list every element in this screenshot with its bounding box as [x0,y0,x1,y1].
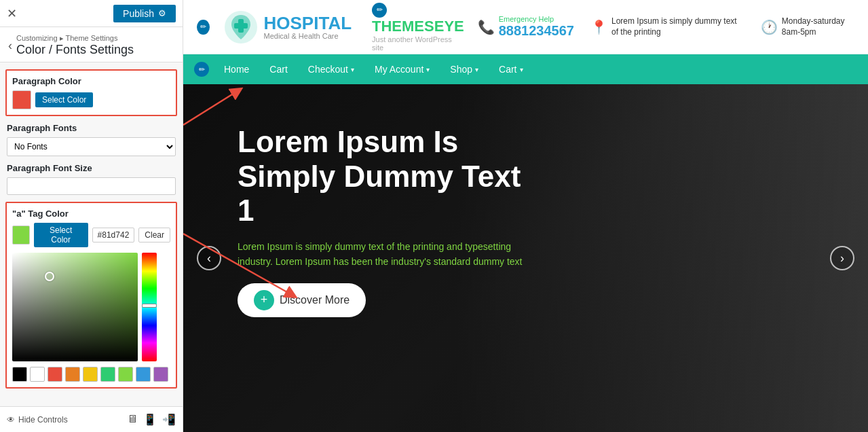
bottom-bar: 👁 Hide Controls 🖥 📱 📲 [0,406,183,432]
hue-slider[interactable] [142,253,157,361]
color-picker[interactable] [12,253,170,382]
top-bar: ✕ Publish ⚙ [0,0,183,27]
a-tag-color-label: "a" Tag Color [12,209,170,219]
swatch-purple[interactable] [153,367,168,382]
logo-area: HOSPITAL Medical & Health Care [223,10,352,45]
nav-cart[interactable]: Cart [260,54,297,84]
nav-bar: ✏ Home Cart Checkout ▾ My Account ▾ Shop… [183,54,868,84]
hospital-subtitle: Medical & Health Care [264,32,352,40]
paragraph-font-size-section: Paragraph Font Size [5,163,177,195]
emergency-number: 8881234567 [499,23,574,39]
checkout-arrow-icon: ▾ [351,66,354,73]
nav-home[interactable]: Home [214,54,259,84]
swatch-yellow[interactable] [83,367,98,382]
schedule-block: 🕐 Monday-saturday 8am-5pm [761,16,854,37]
main-content: ✏ HOSPITAL Medical & Health Care ✏ THEME… [183,0,868,432]
carousel-prev-button[interactable]: ‹ [197,246,221,270]
swatch-white[interactable] [30,367,45,382]
schedule-info: Monday-saturday 8am-5pm [782,16,854,37]
desktop-icon[interactable]: 🖥 [127,413,138,426]
a-tag-color-section: "a" Tag Color Select Color #81d742 Clear [5,202,177,389]
swatch-red[interactable] [48,367,62,382]
nav-shop[interactable]: Shop ▾ [440,54,488,84]
hue-slider-container[interactable] [142,253,157,361]
paragraph-color-swatch[interactable] [12,90,31,109]
header-edit-pencil[interactable]: ✏ [197,20,210,35]
hide-controls-button[interactable]: 👁 Hide Controls [7,415,68,425]
emergency-block: 📞 Emergency Help 8881234567 [478,15,574,39]
color-gradient-field[interactable] [12,253,138,361]
logo-text-area: HOSPITAL Medical & Health Care [264,14,352,40]
clock-icon: 🕐 [761,19,778,35]
publish-button[interactable]: Publish ⚙ [113,5,176,22]
shop-arrow-icon: ▾ [475,66,478,73]
nav-checkout[interactable]: Checkout ▾ [299,54,364,84]
hide-controls-label: Hide Controls [18,415,68,425]
themeseye-edit-pencil[interactable]: ✏ [372,3,387,18]
nav-myaccount[interactable]: My Account ▾ [365,54,439,84]
nav-edit-pencil[interactable]: ✏ [194,62,209,77]
paragraph-fonts-label: Paragraph Fonts [7,123,176,133]
themeseye-area: ✏ THEMESEYE Just another WordPress site [372,3,464,52]
mobile-icon[interactable]: 📲 [162,413,176,426]
hospital-logo-icon [223,10,259,45]
svg-rect-2 [234,23,248,29]
swatch-orange[interactable] [65,367,80,382]
paragraph-font-size-input[interactable] [7,177,176,195]
swatch-lightgreen[interactable] [118,367,133,382]
hero-title: Lorem Ipsum Is Simply Dummy Text 1 [238,125,523,228]
swatch-blue[interactable] [136,367,151,382]
paragraph-font-size-label: Paragraph Font Size [7,163,176,173]
paragraph-fonts-select[interactable]: No Fonts [7,137,176,156]
lorem-block: 📍 Lorem Ipsum is simply dummy text of th… [590,16,744,37]
breadcrumb-trail: Customizing ▸ Theme Settings [16,34,134,43]
breadcrumb-title: Color / Fonts Settings [16,43,134,58]
breadcrumb-area: ‹ Customizing ▸ Theme Settings Color / F… [0,27,183,62]
hospital-title: HOSPITAL [264,14,352,32]
close-icon[interactable]: ✕ [7,6,17,21]
paragraph-color-label: Paragraph Color [12,76,170,86]
a-tag-select-color-button[interactable]: Select Color [34,223,88,247]
paragraph-select-color-button[interactable]: Select Color [35,92,93,107]
tablet-icon[interactable]: 📱 [143,413,157,426]
a-tag-hex-badge: #81d742 [92,228,135,242]
swatch-black[interactable] [12,367,27,382]
themeseye-sub: Just another WordPress site [372,35,464,52]
nav-cart2[interactable]: Cart ▾ [489,54,532,84]
back-arrow-icon[interactable]: ‹ [8,39,12,53]
paragraph-fonts-section: Paragraph Fonts No Fonts [5,123,177,156]
site-header-top: ✏ HOSPITAL Medical & Health Care ✏ THEME… [183,0,868,54]
location-icon: 📍 [590,19,607,35]
carousel-next-button[interactable]: › [830,246,854,270]
paragraph-color-row: Select Color [12,90,170,109]
emergency-label: Emergency Help [499,15,574,23]
a-tag-color-row: Select Color #81d742 Clear [12,223,170,247]
plus-icon: + [254,290,274,310]
discover-more-button[interactable]: + Discover More [238,283,366,317]
picker-cursor [45,272,54,281]
hero-section: Lorem Ipsum Is Simply Dummy Text 1 Lorem… [183,84,868,432]
device-icons-group: 🖥 📱 📲 [127,413,176,426]
color-swatches-row [12,367,170,382]
a-tag-color-swatch[interactable] [12,226,30,245]
phone-icon: 📞 [478,19,495,35]
cart2-arrow-icon: ▾ [520,66,523,73]
discover-more-label: Discover More [280,294,350,306]
publish-label: Publish [123,8,154,19]
a-tag-clear-button[interactable]: Clear [138,228,170,242]
header-info: 📞 Emergency Help 8881234567 📍 Lorem Ipsu… [478,15,854,39]
swatch-green[interactable] [100,367,115,382]
hero-content: Lorem Ipsum Is Simply Dummy Text 1 Lorem… [238,125,523,317]
paragraph-color-section: Paragraph Color Select Color [5,69,177,116]
lorem-info: Lorem Ipsum is simply dummy text of the … [611,16,744,37]
themeseye-label: THEMESEYE [372,18,464,35]
panel-content: Paragraph Color Select Color Paragraph F… [0,62,183,406]
hero-description: Lorem Ipsum is simply dummy text of the … [238,239,523,270]
myaccount-arrow-icon: ▾ [426,66,430,73]
customizer-panel: ✕ Publish ⚙ ‹ Customizing ▸ Theme Settin… [0,0,183,432]
gear-icon: ⚙ [158,8,166,18]
eye-icon: 👁 [7,415,15,425]
